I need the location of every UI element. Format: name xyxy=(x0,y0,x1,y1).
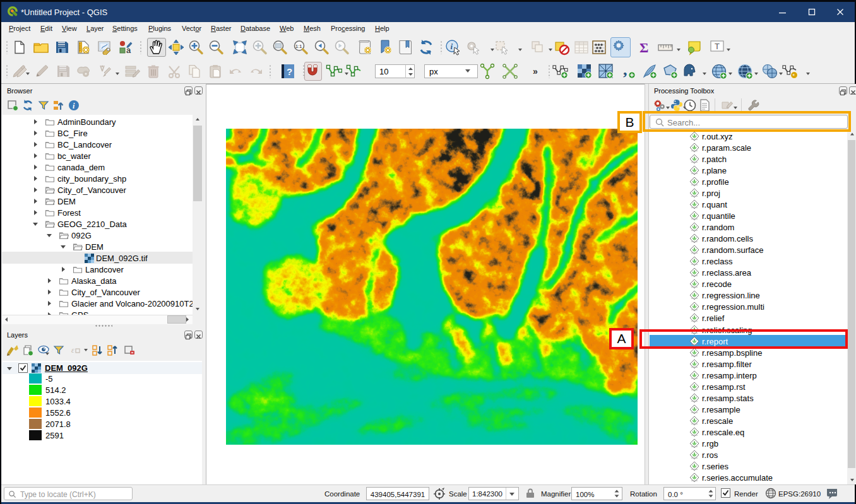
svg-text:ε: ε xyxy=(71,346,74,355)
svg-text:1:1: 1:1 xyxy=(295,44,302,49)
svg-text:?: ? xyxy=(287,66,292,77)
svg-text:*: * xyxy=(793,73,795,79)
svg-text:,: , xyxy=(623,63,627,79)
svg-text:i: i xyxy=(451,42,453,51)
svg-text:Σ: Σ xyxy=(639,40,648,56)
svg-text:T: T xyxy=(715,42,720,51)
